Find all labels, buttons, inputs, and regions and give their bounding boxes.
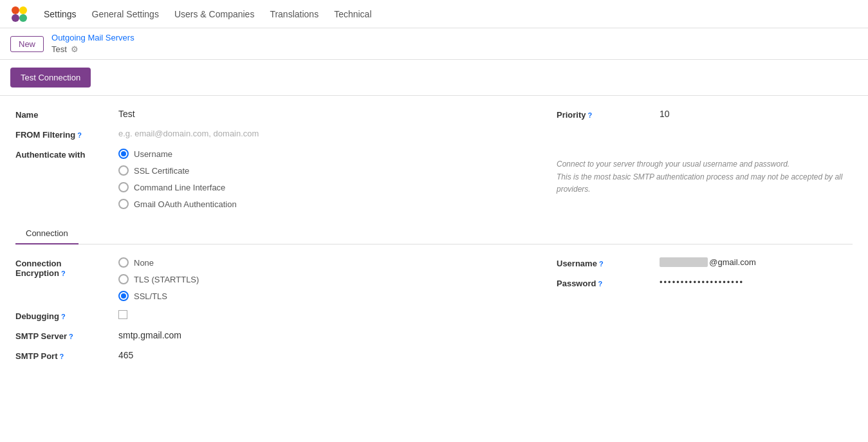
gear-icon[interactable]: ⚙ bbox=[71, 44, 78, 55]
priority-label: Priority? bbox=[557, 109, 660, 120]
debugging-checkbox[interactable] bbox=[118, 310, 127, 319]
action-bar: Test Connection bbox=[0, 60, 868, 96]
smtp-server-row: SMTP Server? smtp.gmail.com bbox=[15, 330, 531, 341]
password-row: Password? •••••••••••••••••••• bbox=[557, 277, 853, 288]
smtp-port-row: SMTP Port? 465 bbox=[15, 350, 531, 361]
encryption-tls-label: TLS (STARTTLS) bbox=[134, 275, 199, 284]
from-filtering-help-icon[interactable]: ? bbox=[77, 131, 82, 139]
nav-users-companies[interactable]: Users & Companies bbox=[174, 9, 255, 19]
breadcrumb-current: Test ⚙ bbox=[51, 44, 134, 55]
username-field: @gmail.com bbox=[660, 257, 756, 267]
debugging-label: Debugging? bbox=[15, 310, 118, 321]
nav-technical[interactable]: Technical bbox=[334, 9, 371, 19]
breadcrumb-current-label: Test bbox=[51, 44, 67, 55]
auth-radio-group: Username SSL Certificate Command Line In… bbox=[118, 149, 237, 209]
from-filtering-row: FROM Filtering? e.g. email@domain.com, d… bbox=[15, 129, 531, 140]
password-help-icon[interactable]: ? bbox=[598, 280, 602, 288]
name-label: Name bbox=[15, 109, 118, 120]
auth-cli-radio[interactable] bbox=[118, 182, 129, 192]
encryption-none-radio[interactable] bbox=[118, 257, 129, 268]
connection-encryption-label: ConnectionEncryption? bbox=[15, 257, 118, 278]
authenticate-with-row: Authenticate with Username SSL Certifica… bbox=[15, 149, 531, 209]
authenticate-with-label: Authenticate with bbox=[15, 149, 118, 160]
svg-point-3 bbox=[19, 14, 27, 22]
auth-cli-label: Command Line Interface bbox=[134, 183, 225, 192]
nav-settings[interactable]: Settings bbox=[44, 9, 77, 19]
auth-option-ssl[interactable]: SSL Certificate bbox=[118, 165, 237, 176]
odoo-logo-icon bbox=[10, 5, 28, 23]
tabs-area: Connection ConnectionEncryption? Non bbox=[15, 223, 853, 383]
auth-gmail-radio[interactable] bbox=[118, 199, 129, 209]
priority-value: 10 bbox=[660, 109, 853, 119]
auth-username-radio[interactable] bbox=[118, 149, 129, 159]
svg-point-2 bbox=[12, 14, 19, 22]
priority-help-icon[interactable]: ? bbox=[588, 111, 593, 119]
breadcrumb-parent[interactable]: Outgoing Mail Servers bbox=[51, 32, 134, 44]
auth-username-label: Username bbox=[134, 149, 172, 159]
username-help-icon[interactable]: ? bbox=[599, 260, 604, 268]
top-navigation: Settings General Settings Users & Compan… bbox=[0, 0, 868, 28]
connection-tab-content: ConnectionEncryption? None TLS (STARTTLS… bbox=[15, 244, 853, 383]
auth-ssl-radio[interactable] bbox=[118, 165, 129, 176]
auth-description-line2: This is the most basic SMTP authenticati… bbox=[557, 171, 853, 196]
form-right-column: Priority? 10 Connect to your server thro… bbox=[531, 109, 853, 218]
encryption-radio-group: None TLS (STARTTLS) SSL/TLS bbox=[118, 257, 199, 301]
encryption-tls-radio[interactable] bbox=[118, 274, 129, 284]
encryption-option-none[interactable]: None bbox=[118, 257, 199, 268]
auth-option-username[interactable]: Username bbox=[118, 149, 237, 159]
connection-left-col: ConnectionEncryption? None TLS (STARTTLS… bbox=[15, 257, 531, 370]
username-domain: @gmail.com bbox=[709, 257, 755, 267]
auth-ssl-label: SSL Certificate bbox=[134, 166, 189, 176]
encryption-ssltls-label: SSL/TLS bbox=[134, 291, 167, 301]
svg-point-0 bbox=[12, 6, 19, 14]
tab-bar: Connection bbox=[15, 223, 853, 244]
priority-row: Priority? 10 bbox=[557, 109, 853, 120]
encryption-none-label: None bbox=[134, 258, 154, 268]
breadcrumb-links: Outgoing Mail Servers Test ⚙ bbox=[51, 32, 134, 55]
smtp-server-help-icon[interactable]: ? bbox=[69, 333, 73, 340]
breadcrumb: New Outgoing Mail Servers Test ⚙ bbox=[0, 28, 868, 60]
smtp-port-value: 465 bbox=[118, 350, 531, 360]
encryption-option-tls[interactable]: TLS (STARTTLS) bbox=[118, 274, 199, 284]
nav-translations[interactable]: Translations bbox=[270, 9, 319, 19]
auth-gmail-label: Gmail OAuth Authentication bbox=[134, 199, 237, 209]
name-row: Name Test bbox=[15, 109, 531, 120]
encryption-ssltls-radio[interactable] bbox=[118, 291, 129, 301]
connection-encryption-row: ConnectionEncryption? None TLS (STARTTLS… bbox=[15, 257, 531, 301]
password-label: Password? bbox=[557, 277, 660, 288]
smtp-server-label: SMTP Server? bbox=[15, 330, 118, 341]
username-label: Username? bbox=[557, 257, 660, 268]
form-area: Name Test FROM Filtering? e.g. email@dom… bbox=[0, 96, 868, 396]
test-connection-button[interactable]: Test Connection bbox=[10, 68, 91, 87]
name-value: Test bbox=[118, 109, 531, 119]
nav-general-settings[interactable]: General Settings bbox=[92, 9, 159, 19]
smtp-server-value: smtp.gmail.com bbox=[118, 330, 531, 340]
username-blurred-part bbox=[660, 257, 708, 267]
form-left-column: Name Test FROM Filtering? e.g. email@dom… bbox=[15, 109, 531, 218]
smtp-port-help-icon[interactable]: ? bbox=[60, 353, 64, 360]
svg-point-1 bbox=[19, 6, 27, 14]
auth-description-line1: Connect to your server through your usua… bbox=[557, 158, 853, 170]
auth-option-gmail[interactable]: Gmail OAuth Authentication bbox=[118, 199, 237, 209]
tab-connection[interactable]: Connection bbox=[15, 223, 78, 244]
encryption-option-ssltls[interactable]: SSL/TLS bbox=[118, 291, 199, 301]
password-dots: •••••••••••••••••••• bbox=[660, 277, 744, 287]
auth-option-cli[interactable]: Command Line Interface bbox=[118, 182, 237, 192]
auth-description-area: Connect to your server through your usua… bbox=[557, 158, 853, 196]
username-row: Username? @gmail.com bbox=[557, 257, 853, 268]
new-button[interactable]: New bbox=[10, 36, 44, 52]
debugging-help-icon[interactable]: ? bbox=[61, 313, 66, 320]
from-filtering-label: FROM Filtering? bbox=[15, 129, 118, 140]
connection-right-col: Username? @gmail.com Password? ••• bbox=[531, 257, 853, 370]
smtp-port-label: SMTP Port? bbox=[15, 350, 118, 361]
debugging-row: Debugging? bbox=[15, 310, 531, 321]
connection-encryption-help-icon[interactable]: ? bbox=[61, 270, 66, 277]
from-filtering-placeholder[interactable]: e.g. email@domain.com, domain.com bbox=[118, 129, 259, 138]
